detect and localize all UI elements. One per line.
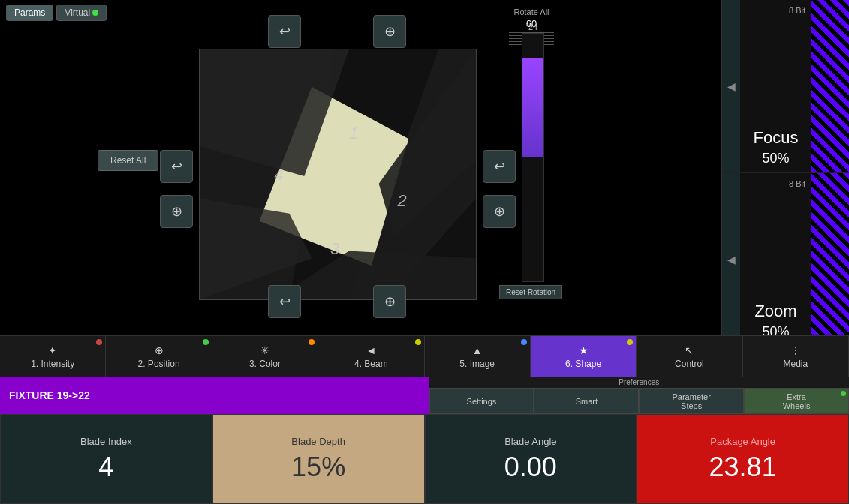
- bar-fill: [522, 58, 543, 158]
- extra-wheels-dot: [841, 391, 846, 396]
- zoom-title: Zoom: [754, 302, 796, 321]
- virtual-button[interactable]: Virtual: [56, 4, 107, 21]
- svg-text:4: 4: [275, 165, 284, 184]
- control-label: Control: [675, 358, 704, 369]
- package-angle-label: Package Angle: [710, 436, 775, 447]
- zoom-panel: ◀ 8 Bit Zoom 50%: [722, 173, 849, 346]
- pref-smart-button[interactable]: Smart: [534, 388, 639, 414]
- tab-shape[interactable]: ★ 6. Shape: [531, 336, 637, 376]
- right-panel: ◀ 8 Bit Focus 50% ◀ 8 Bit Zoom 50%: [721, 0, 849, 346]
- color-label: 3. Color: [249, 358, 281, 369]
- beam-dot: [415, 339, 421, 345]
- blade-angle-label: Blade Angle: [504, 436, 556, 447]
- package-angle-cell: Package Angle 23.81: [637, 414, 849, 504]
- bar-top-label: 24: [528, 22, 537, 32]
- svg-text:2: 2: [397, 191, 407, 210]
- zoom-control[interactable]: 8 Bit Zoom 50%: [740, 173, 811, 346]
- fixture-bar: FIXTURE 19->22 Preferences Settings Smar…: [0, 376, 849, 414]
- focus-swatch: [811, 0, 849, 172]
- zoom-bot-right-button[interactable]: ⊕: [483, 195, 516, 228]
- rotate-all-label: Rotate All: [513, 8, 549, 16]
- beam-icon: ◄: [366, 344, 376, 356]
- zoom-bot-right2-button[interactable]: ⊕: [373, 285, 406, 318]
- focus-value: 50%: [762, 151, 789, 166]
- focus-control[interactable]: 8 Bit Focus 50%: [740, 0, 811, 172]
- preferences-title: Preferences: [429, 376, 850, 388]
- reset-all-button[interactable]: Reset All: [98, 150, 158, 171]
- blade-angle-value: 0.00: [504, 452, 557, 483]
- preferences-section: Preferences Settings Smart Parameter Ste…: [429, 376, 850, 414]
- intensity-icon: ✦: [48, 344, 57, 356]
- blade-viewport: 1 2 3 4: [199, 49, 477, 300]
- tab-intensity[interactable]: ✦ 1. Intensity: [0, 336, 106, 376]
- pref-param-steps-button[interactable]: Parameter Steps: [639, 388, 744, 414]
- position-icon: ⊕: [155, 344, 164, 356]
- shape-label: 6. Shape: [565, 358, 601, 369]
- media-label: Media: [783, 358, 808, 369]
- params-button[interactable]: Params: [6, 4, 53, 21]
- tab-image[interactable]: ▲ 5. Image: [425, 336, 531, 376]
- image-dot: [521, 339, 527, 345]
- blade-depth-value: 15%: [291, 452, 345, 483]
- blade-svg: 1 2 3 4: [200, 50, 476, 299]
- focus-bit: 8 Bit: [789, 6, 805, 15]
- rotate-top-left-button[interactable]: ↩: [268, 15, 301, 48]
- position-dot: [203, 339, 209, 345]
- zoom-bit: 8 Bit: [789, 179, 805, 188]
- color-dot: [309, 339, 315, 345]
- beam-label: 4. Beam: [354, 358, 388, 369]
- tab-media[interactable]: ⋮ Media: [743, 336, 849, 376]
- tab-beam[interactable]: ◄ 4. Beam: [318, 336, 424, 376]
- fixture-label: FIXTURE 19->22: [0, 376, 429, 414]
- zoom-top-right-button[interactable]: ⊕: [373, 15, 406, 48]
- bar-track[interactable]: [522, 33, 544, 282]
- blade-depth-cell: Blade Depth 15%: [212, 414, 425, 504]
- package-angle-value: 23.81: [709, 452, 777, 483]
- shape-dot: [627, 339, 633, 345]
- tab-position[interactable]: ⊕ 2. Position: [106, 336, 212, 376]
- intensity-dot: [96, 339, 102, 345]
- pref-buttons: Settings Smart Parameter Steps Extra Whe…: [429, 388, 850, 414]
- media-icon: ⋮: [790, 344, 801, 356]
- image-icon: ▲: [472, 344, 483, 356]
- blade-index-value: 4: [98, 452, 113, 483]
- reset-rotation-button[interactable]: Reset Rotation: [499, 285, 562, 299]
- color-icon: ✳: [260, 344, 269, 356]
- focus-title: Focus: [754, 128, 799, 148]
- position-label: 2. Position: [138, 358, 180, 369]
- blade-depth-label: Blade Depth: [291, 436, 345, 447]
- blade-angle-cell: Blade Angle 0.00: [425, 414, 637, 504]
- rotate-mid-right-button[interactable]: ↩: [483, 150, 516, 183]
- tab-color[interactable]: ✳ 3. Color: [212, 336, 318, 376]
- pref-settings-button[interactable]: Settings: [429, 388, 534, 414]
- focus-panel: ◀ 8 Bit Focus 50%: [722, 0, 849, 173]
- top-bar: Params Virtual: [0, 0, 113, 26]
- svg-text:1: 1: [349, 124, 358, 142]
- intensity-label: 1. Intensity: [31, 358, 74, 369]
- rotate-bot-left-button[interactable]: ↩: [268, 285, 301, 318]
- zoom-swatch: [811, 173, 849, 346]
- rotate-mid-left-button[interactable]: ↩: [160, 150, 193, 183]
- virtual-dot: [92, 10, 98, 16]
- zoom-arrow[interactable]: ◀: [722, 173, 740, 346]
- focus-arrow[interactable]: ◀: [722, 0, 740, 172]
- control-icon: ↖: [685, 344, 694, 356]
- tab-control[interactable]: ↖ Control: [637, 336, 742, 376]
- shape-icon: ★: [579, 344, 589, 356]
- zoom-bot-left-button[interactable]: ⊕: [160, 195, 193, 228]
- image-label: 5. Image: [459, 358, 495, 369]
- svg-text:3: 3: [330, 239, 339, 258]
- metrics-bar: Blade Index 4 Blade Depth 15% Blade Angl…: [0, 414, 849, 504]
- blade-index-label: Blade Index: [80, 436, 132, 447]
- blade-index-cell: Blade Index 4: [0, 414, 212, 504]
- bar-chart: 24 -60: [514, 22, 552, 292]
- tab-bar: ✦ 1. Intensity ⊕ 2. Position ✳ 3. Color …: [0, 334, 849, 376]
- pref-extra-wheels-button[interactable]: Extra Wheels: [744, 388, 849, 414]
